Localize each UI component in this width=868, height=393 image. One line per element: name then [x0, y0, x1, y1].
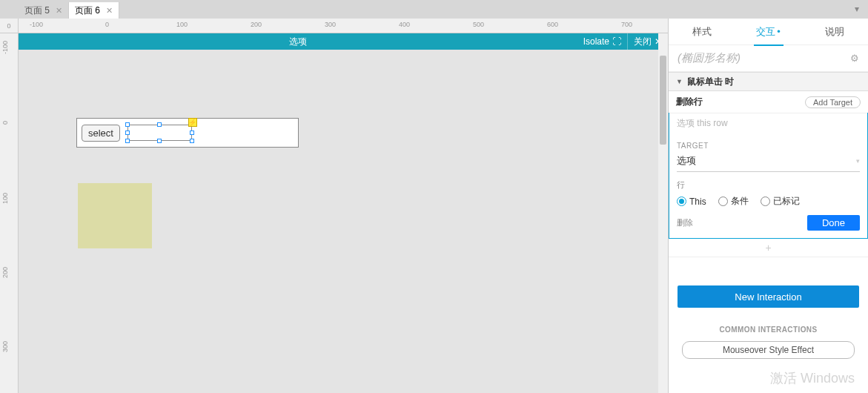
add-target-button[interactable]: Add Target — [805, 96, 861, 108]
row-radio-group: This 条件 已标记 — [677, 195, 860, 208]
ruler-tick: 500 — [473, 21, 484, 28]
ruler-tick: -100 — [1, 41, 9, 54]
radio-icon — [761, 196, 770, 206]
event-title: 鼠标单击 时 — [687, 76, 734, 88]
ruler-tick: 300 — [325, 21, 336, 28]
caret-down-icon: ▼ — [676, 78, 683, 85]
tab-indicator-icon: • — [777, 26, 781, 37]
resize-handle[interactable] — [190, 131, 194, 135]
isolate-label: Isolate — [583, 36, 609, 47]
mouseover-style-button[interactable]: Mouseover Style Effect — [682, 341, 855, 359]
close-icon[interactable]: ✕ — [106, 6, 113, 16]
resize-handle[interactable] — [157, 139, 162, 143]
tab-dropdown-icon[interactable]: ▾ — [855, 4, 865, 14]
ruler-tick: 0 — [105, 21, 109, 28]
canvas-surface[interactable]: 选项 Isolate ⛶ 关闭 ✕ select — [19, 33, 668, 393]
resize-handle[interactable] — [157, 122, 162, 127]
tab-page5[interactable]: 页面 5 ✕ — [19, 2, 69, 19]
page-surface[interactable]: select ⚡ — [19, 50, 668, 393]
close-label: 关闭 — [634, 36, 652, 48]
action-name[interactable]: 删除行 — [676, 96, 703, 108]
isolate-icon: ⛶ — [612, 36, 621, 47]
action-row: 删除行 Add Target — [669, 91, 868, 113]
add-action-button[interactable]: + — [669, 239, 868, 257]
radio-this[interactable]: This — [677, 196, 706, 207]
ruler-vertical: -100 0 100 200 300 — [0, 33, 19, 393]
chevron-down-icon: ▾ — [856, 157, 860, 165]
ruler-tick: 0 — [1, 121, 9, 125]
tab-notes[interactable]: 说明 — [801, 19, 868, 44]
ruler-corner: 0 — [0, 19, 19, 33]
radio-marked[interactable]: 已标记 — [761, 195, 800, 208]
ruler-tick: 400 — [399, 21, 410, 28]
ruler-tick: -100 — [30, 21, 43, 28]
ruler-tick: 100 — [176, 21, 188, 28]
edit-bar-title: 选项 — [19, 36, 577, 48]
row-section: 行 This 条件 已标记 — [669, 179, 867, 215]
event-header[interactable]: ▼ 鼠标单击 时 — [669, 72, 868, 91]
action-config-panel: 选项 this row TARGET 选项 ▾ 行 This 条件 — [669, 113, 868, 239]
page-tab-bar: 页面 5 ✕ 页面 6 ✕ ▾ — [0, 0, 868, 19]
settings-icon[interactable]: ⚙ — [850, 53, 859, 64]
ruler-tick: 700 — [621, 21, 632, 28]
tab-page6[interactable]: 页面 6 ✕ — [69, 2, 119, 19]
interaction-badge-icon: ⚡ — [188, 118, 197, 127]
component-edit-bar: 选项 Isolate ⛶ 关闭 ✕ — [19, 33, 668, 50]
repeater-widget[interactable]: select ⚡ — [76, 118, 299, 148]
ruler-tick: 600 — [547, 21, 558, 28]
ruler-tick: 300 — [1, 341, 9, 352]
target-label: TARGET — [677, 142, 860, 150]
workspace: 0 -100 0 100 200 300 400 500 600 700 -10… — [0, 19, 868, 393]
action-hint: 选项 this row — [669, 113, 867, 134]
radio-icon — [718, 196, 728, 206]
scrollbar-thumb[interactable] — [660, 56, 666, 145]
tab-style[interactable]: 样式 — [669, 19, 735, 44]
select-button[interactable]: select — [82, 125, 120, 142]
target-section: TARGET 选项 ▾ — [669, 134, 867, 179]
ruler-tick: 100 — [1, 193, 9, 204]
radio-label: 已标记 — [773, 195, 800, 208]
resize-handle[interactable] — [125, 139, 130, 143]
close-icon[interactable]: ✕ — [56, 6, 62, 16]
shape-name-row: (椭圆形名称) ⚙ — [669, 45, 868, 72]
done-button[interactable]: Done — [807, 215, 860, 231]
shape-name-input[interactable]: (椭圆形名称) — [677, 51, 741, 65]
selected-shape[interactable]: ⚡ — [127, 125, 192, 141]
radio-label: This — [689, 196, 706, 207]
canvas-area: 0 -100 0 100 200 300 400 500 600 700 -10… — [0, 19, 668, 393]
inspector-panel: 样式 交互 • 说明 (椭圆形名称) ⚙ ▼ 鼠标单击 时 删除行 Add Ta… — [668, 19, 868, 393]
tab-label: 页面 6 — [75, 4, 100, 17]
ruler-horizontal: -100 0 100 200 300 400 500 600 700 — [19, 19, 668, 33]
new-interaction-button[interactable]: New Interaction — [677, 285, 859, 308]
ruler-tick: 200 — [1, 267, 9, 278]
tab-underline — [754, 44, 783, 46]
radio-condition[interactable]: 条件 — [718, 195, 749, 208]
resize-handle[interactable] — [125, 122, 130, 127]
vertical-scrollbar[interactable] — [658, 33, 668, 393]
resize-handle[interactable] — [125, 131, 130, 135]
radio-label: 条件 — [731, 195, 749, 208]
rectangle-widget[interactable] — [78, 183, 152, 248]
ruler-tick: 200 — [251, 21, 262, 28]
target-select[interactable]: 选项 — [677, 153, 860, 172]
delete-action-link[interactable]: 删除 — [677, 217, 693, 228]
action-footer: 删除 Done — [669, 215, 867, 238]
radio-icon — [677, 196, 686, 206]
tab-label: 页面 5 — [24, 4, 50, 17]
tab-interactions[interactable]: 交互 • — [735, 19, 802, 44]
isolate-button[interactable]: Isolate ⛶ — [577, 33, 627, 50]
tab-label: 交互 — [756, 25, 775, 39]
inspector-tabs: 样式 交互 • 说明 — [669, 19, 868, 45]
row-label: 行 — [677, 179, 860, 191]
resize-handle[interactable] — [190, 139, 194, 143]
common-interactions-label: COMMON INTERACTIONS — [669, 326, 868, 334]
